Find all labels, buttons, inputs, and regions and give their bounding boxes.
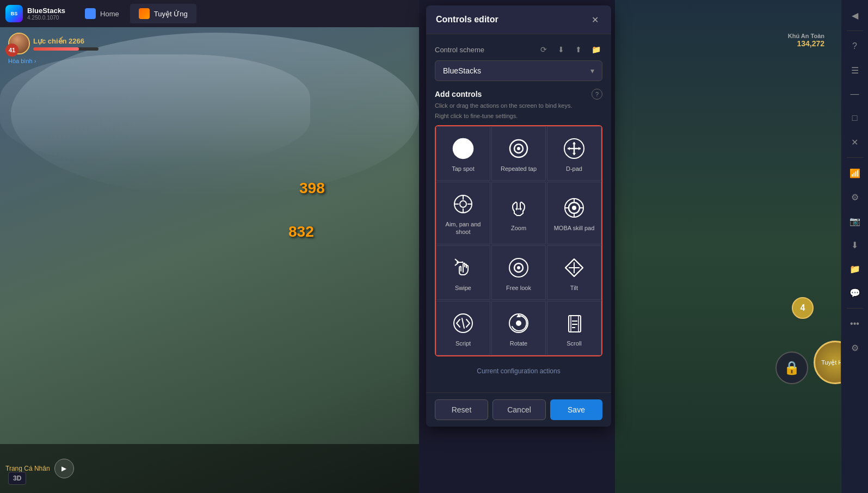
svg-line-36 <box>462 318 464 328</box>
sidebar-gear-btn[interactable]: ⚙ <box>844 337 866 359</box>
control-repeated-tap[interactable]: Repeated tap <box>491 126 546 181</box>
control-d-pad[interactable]: D-pad <box>547 126 601 181</box>
lock-button[interactable]: 🔒 <box>775 352 808 384</box>
control-script[interactable]: Script <box>436 301 490 355</box>
add-controls-title: Add controls <box>435 90 482 98</box>
number-badge: 4 <box>792 297 814 319</box>
scheme-upload-icon[interactable]: ⬆ <box>572 43 585 56</box>
d-pad-icon <box>562 137 586 161</box>
sidebar-question-btn[interactable]: ? <box>844 35 866 57</box>
sidebar-back-btn[interactable]: ◀ <box>844 4 866 26</box>
save-button[interactable]: Save <box>550 399 602 420</box>
right-game-panel: Lãnh Quỳnh Sơn (Kênh 1) ⤢ Khú An Toàn 13… <box>615 0 868 493</box>
control-zoom[interactable]: Zoom <box>491 182 546 244</box>
tap-spot-label: Tap spot <box>452 165 475 172</box>
modal-title: Controls editor <box>436 15 498 24</box>
help-icon[interactable]: ? <box>592 89 602 100</box>
tab-home[interactable]: Home <box>76 4 128 23</box>
add-controls-desc2: Right click to fine-tune settings. <box>435 112 602 120</box>
sidebar-download-btn[interactable]: ⬇ <box>844 234 866 256</box>
score-value: 134,272 <box>788 39 824 48</box>
svg-marker-7 <box>568 147 570 150</box>
current-config-label: Current configuration actions <box>435 363 602 379</box>
sidebar-minimize-btn[interactable]: — <box>844 83 866 105</box>
control-scheme-label: Control scheme <box>435 46 484 54</box>
svg-marker-5 <box>572 142 576 144</box>
right-bg <box>615 0 868 493</box>
control-scroll[interactable]: Scroll <box>547 301 601 355</box>
right-sidebar: ◀ ? ☰ — □ ✕ 📶 ⚙ 📷 ⬇ 📁 💬 ••• ⚙ <box>841 0 868 493</box>
tap-spot-icon <box>451 137 475 161</box>
add-controls-desc: Click or drag the actions on the screen … <box>435 102 602 110</box>
svg-point-38 <box>516 321 521 326</box>
rotate-label: Rotate <box>510 340 527 347</box>
modal-header: Controls editor ✕ <box>426 5 611 34</box>
control-scheme-section: Control scheme ⟳ ⬇ ⬆ 📁 <box>435 43 602 56</box>
control-tilt[interactable]: Tilt <box>547 245 601 300</box>
tilt-icon <box>562 256 586 280</box>
svg-point-20 <box>572 206 576 210</box>
swipe-icon <box>451 256 475 280</box>
chevron-down-icon: ▾ <box>590 66 594 75</box>
home-tab-icon <box>85 8 96 19</box>
sidebar-divider-2 <box>847 157 863 158</box>
sidebar-divider-3 <box>847 308 863 309</box>
modal-footer: Reset Cancel Save <box>426 392 611 427</box>
svg-marker-8 <box>578 147 581 150</box>
cancel-button[interactable]: Cancel <box>493 399 546 420</box>
modal-body: Control scheme ⟳ ⬇ ⬆ 📁 BlueStacks ▾ Add … <box>426 34 611 392</box>
scheme-folder-icon[interactable]: 📁 <box>589 43 602 56</box>
svg-point-32 <box>518 267 520 268</box>
scheme-download-icon[interactable]: ⬇ <box>555 43 568 56</box>
repeated-tap-icon <box>507 137 531 161</box>
repeated-tap-label: Repeated tap <box>501 165 537 172</box>
bluestacks-icon: BS <box>5 5 23 22</box>
sidebar-more-btn[interactable]: ••• <box>844 313 866 335</box>
control-tap-spot[interactable]: Tap spot <box>436 126 490 181</box>
game-tab-label: Tuyệt Ứng <box>154 10 188 18</box>
controls-editor-modal: Controls editor ✕ Control scheme ⟳ ⬇ ⬆ 📁… <box>426 5 611 427</box>
reset-button[interactable]: Reset <box>435 399 488 420</box>
script-icon <box>451 311 475 335</box>
game-background <box>0 0 419 493</box>
swipe-label: Swipe <box>455 284 471 292</box>
control-free-look[interactable]: Free look <box>491 245 546 300</box>
control-moba-skill[interactable]: MOBA skill pad <box>547 182 601 244</box>
sidebar-settings-btn[interactable]: ⚙ <box>844 186 866 208</box>
svg-marker-17 <box>520 207 522 211</box>
game-tab-icon <box>139 8 150 19</box>
d-pad-label: D-pad <box>566 165 582 172</box>
svg-marker-16 <box>515 207 517 211</box>
svg-marker-6 <box>572 153 576 155</box>
zoom-icon <box>507 196 531 220</box>
scheme-dropdown[interactable]: BlueStacks ▾ <box>435 60 602 81</box>
sidebar-divider-1 <box>847 30 863 31</box>
free-look-icon <box>507 256 531 280</box>
tab-game[interactable]: Tuyệt Ứng <box>130 4 196 23</box>
control-rotate[interactable]: Rotate <box>491 301 546 355</box>
sidebar-close-btn[interactable]: ✕ <box>844 131 866 153</box>
aim-pan-shoot-icon <box>451 192 475 216</box>
score-label: Khú An Toàn <box>788 33 824 39</box>
script-label: Script <box>455 340 471 347</box>
svg-point-3 <box>518 147 520 150</box>
add-controls-header: Add controls ? <box>435 89 602 100</box>
control-aim-pan-shoot[interactable]: Aim, pan and shoot <box>436 182 490 244</box>
app-logo: BS BlueStacks 4.250.0.1070 <box>5 5 65 22</box>
app-version: 4.250.0.1070 <box>27 15 65 21</box>
sidebar-wifi-btn[interactable]: 📶 <box>844 162 866 184</box>
sidebar-maximize-btn[interactable]: □ <box>844 107 866 129</box>
sidebar-folder-btn[interactable]: 📁 <box>844 258 866 280</box>
sidebar-camera-btn[interactable]: 📷 <box>844 210 866 232</box>
app-info: BlueStacks 4.250.0.1070 <box>27 7 65 21</box>
scheme-share-icon[interactable]: ⟳ <box>537 43 550 56</box>
tilt-label: Tilt <box>570 284 578 292</box>
sidebar-chat-btn[interactable]: 💬 <box>844 282 866 304</box>
close-button[interactable]: ✕ <box>588 13 601 26</box>
free-look-label: Free look <box>506 284 531 292</box>
control-swipe[interactable]: Swipe <box>436 245 490 300</box>
topbar: BS BlueStacks 4.250.0.1070 Home Tuyệt Ứn… <box>0 0 419 27</box>
controls-grid-container: Tap spot Repeated tap <box>435 125 602 356</box>
sidebar-menu-btn[interactable]: ☰ <box>844 59 866 81</box>
moba-skill-icon <box>562 196 586 220</box>
